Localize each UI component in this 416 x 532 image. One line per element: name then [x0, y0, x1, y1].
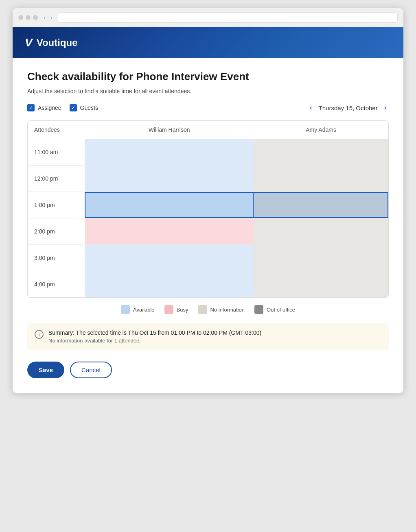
date-label: Thursday 15, October — [319, 105, 378, 111]
william-cell[interactable] — [85, 271, 254, 298]
summary-main-text: Summary: The selected time is Thu Oct 15… — [48, 329, 261, 336]
summary-box: i Summary: The selected time is Thu Oct … — [27, 323, 389, 350]
nav-back-icon[interactable]: ‹ — [42, 14, 47, 21]
busy-label: Busy — [177, 307, 188, 313]
amy-cell[interactable] — [254, 166, 388, 192]
table-row[interactable]: 3:00 pm — [28, 245, 388, 271]
browser-dot-red — [18, 15, 23, 20]
amy-cell[interactable] — [254, 271, 388, 298]
time-cell: 12:00 pm — [28, 166, 85, 192]
table-header-row: Attendees William Harrison Amy Adams — [28, 121, 388, 139]
no-info-swatch — [198, 305, 207, 314]
page-subtitle: Adjust the selection to find a suitable … — [27, 88, 389, 94]
save-button[interactable]: Save — [27, 362, 64, 378]
browser-dot-yellow — [26, 15, 31, 20]
browser-nav[interactable]: ‹ › — [42, 14, 54, 21]
assignee-checkbox[interactable]: ✓ Assignee — [27, 104, 61, 111]
william-cell[interactable] — [85, 192, 254, 218]
available-label: Available — [133, 307, 155, 313]
legend-busy: Busy — [164, 305, 188, 314]
amy-cell[interactable] — [254, 245, 388, 271]
browser-address-bar[interactable] — [58, 12, 398, 23]
summary-text-block: Summary: The selected time is Thu Oct 15… — [48, 329, 261, 344]
legend-out-of-office: Out of office — [254, 305, 295, 314]
filters-row: ✓ Assignee ✓ Guests ‹ Thursday 15, Octob… — [27, 103, 389, 112]
logo-v-icon: V — [25, 36, 33, 49]
summary-sub-text: No information available for 1 attendee. — [48, 338, 261, 344]
page-title: Check availability for Phone Interview E… — [27, 70, 389, 83]
date-navigation: ‹ Thursday 15, October › — [307, 103, 389, 112]
table-row[interactable]: 2:00 pm — [28, 218, 388, 245]
guests-checkbox[interactable]: ✓ Guests — [70, 104, 98, 111]
table-row[interactable]: 1:00 pm — [28, 192, 388, 218]
next-date-button[interactable]: › — [382, 103, 389, 112]
out-of-office-swatch — [254, 305, 263, 314]
time-cell: 1:00 pm — [28, 192, 85, 218]
cancel-button[interactable]: Cancel — [70, 362, 112, 378]
william-cell[interactable] — [85, 218, 254, 245]
col-william: William Harrison — [85, 121, 254, 139]
availability-table: Attendees William Harrison Amy Adams 11:… — [28, 121, 388, 297]
no-info-label: No information — [210, 307, 245, 313]
col-amy: Amy Adams — [254, 121, 388, 139]
william-cell[interactable] — [85, 139, 254, 166]
out-of-office-label: Out of office — [267, 307, 295, 313]
browser-chrome: ‹ › — [13, 8, 403, 27]
col-attendees: Attendees — [28, 121, 85, 139]
amy-cell[interactable] — [254, 218, 388, 245]
browser-dots — [18, 15, 38, 20]
main-content: Check availability for Phone Interview E… — [13, 58, 403, 393]
time-cell: 4:00 pm — [28, 271, 85, 298]
william-cell[interactable] — [85, 245, 254, 271]
filter-checkboxes: ✓ Assignee ✓ Guests — [27, 104, 98, 111]
logo-text: Voutique — [37, 37, 78, 48]
buttons-row: Save Cancel — [27, 362, 389, 378]
amy-cell[interactable] — [254, 139, 388, 166]
time-cell: 2:00 pm — [28, 218, 85, 245]
time-cell: 3:00 pm — [28, 245, 85, 271]
browser-dot-green — [33, 15, 38, 20]
william-cell[interactable] — [85, 166, 254, 192]
legend-available: Available — [121, 305, 155, 314]
availability-table-wrapper: Attendees William Harrison Amy Adams 11:… — [27, 120, 389, 298]
guests-checkbox-box: ✓ — [70, 104, 77, 111]
legend-row: Available Busy No information Out of off… — [27, 305, 389, 314]
available-swatch — [121, 305, 130, 314]
app-header: V Voutique — [13, 27, 403, 58]
assignee-check-icon: ✓ — [29, 105, 33, 110]
table-row[interactable]: 11:00 am — [28, 139, 388, 166]
table-row[interactable]: 4:00 pm — [28, 271, 388, 298]
guests-label: Guests — [80, 105, 98, 111]
assignee-checkbox-box: ✓ — [27, 104, 35, 111]
app-logo: V Voutique — [25, 36, 78, 49]
busy-swatch — [164, 305, 173, 314]
legend-no-info: No information — [198, 305, 245, 314]
time-cell: 11:00 am — [28, 139, 85, 166]
assignee-label: Assignee — [38, 105, 61, 111]
summary-icon: i — [35, 330, 44, 339]
guests-check-icon: ✓ — [71, 105, 75, 110]
amy-cell[interactable] — [254, 192, 388, 218]
table-row[interactable]: 12:00 pm — [28, 166, 388, 192]
nav-forward-icon[interactable]: › — [49, 14, 54, 21]
prev-date-button[interactable]: ‹ — [307, 103, 314, 112]
